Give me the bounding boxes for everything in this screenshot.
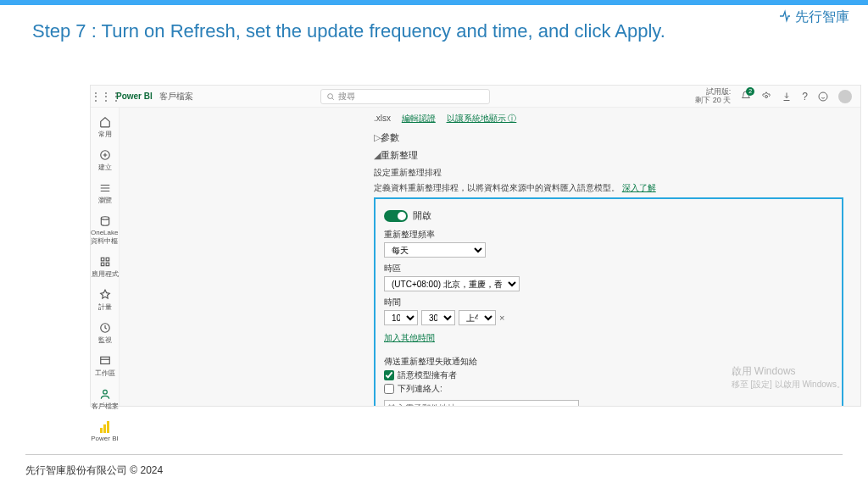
sidebar-item-browse[interactable]: 瀏覽 — [91, 179, 119, 208]
product-name: Power BI — [116, 92, 153, 101]
notify-contacts-checkbox[interactable] — [384, 384, 394, 394]
svg-rect-6 — [101, 258, 104, 261]
time-label: 時間 — [384, 297, 833, 308]
svg-line-1 — [331, 97, 333, 99]
toggle-label: 開啟 — [413, 209, 431, 222]
brand-logo: 先行智庫 — [778, 8, 849, 26]
sidebar-item-home[interactable]: 常用 — [91, 113, 119, 142]
help-icon[interactable]: ? — [802, 91, 808, 103]
svg-point-12 — [103, 390, 107, 394]
svg-rect-9 — [106, 263, 109, 266]
avatar[interactable] — [838, 90, 852, 103]
sidebar-item-metrics[interactable]: 計量 — [91, 286, 119, 315]
search-icon — [326, 92, 335, 101]
learn-more-link[interactable]: 深入了解 — [622, 183, 656, 192]
frequency-select[interactable]: 每天 — [384, 242, 486, 258]
smile-icon[interactable] — [818, 92, 828, 102]
tz-label: 時區 — [384, 263, 833, 274]
breadcrumb[interactable]: 客戶檔案 — [159, 91, 193, 103]
datasource-file-row: .xlsx 編輯認證 以讓系統地顯示 ⓘ — [374, 113, 843, 125]
notify-owner-checkbox[interactable] — [384, 370, 394, 380]
search-input[interactable]: 搜尋 — [320, 89, 490, 104]
sidebar-item-workspaces[interactable]: 工作區 — [91, 352, 119, 381]
contacts-email-input[interactable] — [384, 400, 579, 406]
freq-label: 重新整理頻率 — [384, 229, 833, 241]
notifications-icon[interactable]: 2 — [741, 91, 751, 103]
schedule-desc: 定義資料重新整理排程，以將資料從來源中的資料匯入語意模型。 深入了解 — [374, 182, 843, 194]
svg-point-3 — [819, 92, 827, 101]
slide-footer: 先行智庫股份有限公司 © 2024 — [25, 454, 843, 478]
windows-activation-watermark: 啟用 Windows 移至 [設定] 以啟用 Windows。 — [732, 364, 845, 391]
timezone-select[interactable]: (UTC+08:00) 北京，重慶，香港特別行… — [384, 276, 520, 291]
download-icon[interactable] — [782, 92, 792, 102]
app-header: ⋮⋮⋮ Power BI 客戶檔案 搜尋 試用版: 剩下 20 天 2 ? — [91, 86, 860, 108]
sidebar-item-powerbi[interactable]: Power BI — [91, 418, 119, 446]
powerbi-window: ⋮⋮⋮ Power BI 客戶檔案 搜尋 試用版: 剩下 20 天 2 ? 常用… — [90, 85, 861, 407]
schedule-heading: 設定重新整理排程 — [374, 167, 843, 179]
refresh-toggle[interactable] — [384, 210, 408, 222]
svg-rect-8 — [101, 263, 104, 266]
gear-icon[interactable] — [761, 92, 771, 102]
svg-rect-7 — [106, 258, 109, 261]
sidebar-item-onelake[interactable]: OneLake 資料中樞 — [91, 212, 119, 249]
svg-point-5 — [101, 217, 108, 220]
sidebar-item-apps[interactable]: 應用程式 — [91, 252, 119, 282]
left-sidebar: 常用 建立 瀏覽 OneLake 資料中樞 應用程式 計量 監視 工作區 客戶檔… — [91, 108, 120, 406]
trial-status: 試用版: 剩下 20 天 — [695, 88, 731, 105]
time-ampm-select[interactable]: 上午 — [459, 310, 496, 325]
settings-panel: .xlsx 編輯認證 以讓系統地顯示 ⓘ ▷參數 ◢重新整理 設定重新整理排程 … — [120, 108, 860, 406]
section-parameters[interactable]: ▷參數 — [374, 131, 843, 144]
step-title: Step 7 : Turn on Refresh, set the update… — [0, 5, 868, 51]
sidebar-item-monitor[interactable]: 監視 — [91, 319, 119, 348]
svg-point-2 — [765, 95, 768, 97]
app-launcher-icon[interactable]: ⋮⋮⋮ — [91, 91, 113, 103]
add-time-link[interactable]: 加入其他時間 — [384, 332, 435, 344]
sidebar-item-current-workspace[interactable]: 客戶檔案 — [91, 385, 119, 414]
remove-time-icon[interactable]: × — [499, 313, 504, 323]
sidebar-item-create[interactable]: 建立 — [91, 146, 119, 175]
time-minute-select[interactable]: 30 — [421, 310, 455, 325]
section-refresh[interactable]: ◢重新整理 — [374, 149, 843, 162]
show-in-lineage-link[interactable]: 以讓系統地顯示 ⓘ — [447, 114, 517, 123]
svg-rect-11 — [100, 357, 109, 363]
edit-credentials-link[interactable]: 編輯認證 — [402, 114, 436, 123]
svg-point-0 — [327, 93, 332, 98]
time-hour-select[interactable]: 10 — [384, 310, 418, 325]
